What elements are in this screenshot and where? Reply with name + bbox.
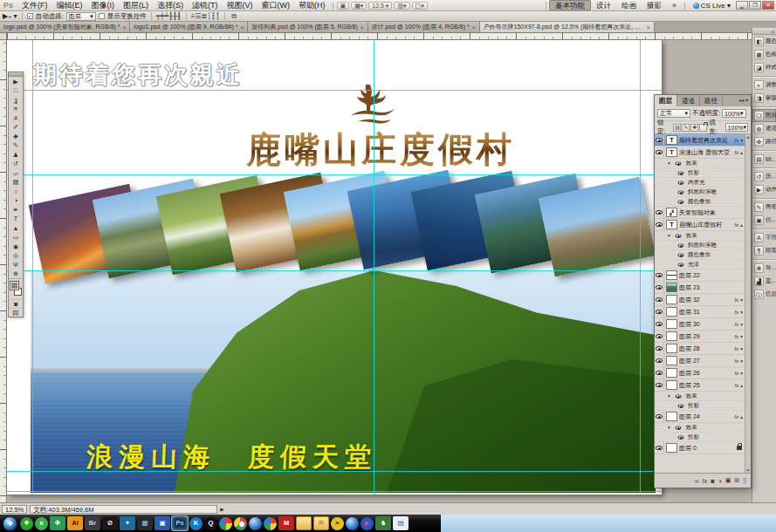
opacity-field[interactable]: 100%▾ — [722, 109, 745, 118]
move-tool[interactable]: ▶ — [9, 77, 23, 86]
dodge-tool[interactable]: ◑ — [9, 196, 23, 206]
visibility-toggle[interactable] — [655, 379, 664, 391]
layer-name[interactable]: 图层 27 — [679, 357, 733, 365]
dock-panel-图层[interactable]: ❏图层 — [752, 109, 776, 122]
layer-name[interactable]: 鹿嘴山庄度假村 — [679, 221, 733, 229]
arrange-documents-icon[interactable]: ▥▾ — [394, 2, 409, 10]
crop-tool[interactable]: # — [9, 113, 23, 123]
k-player[interactable]: K — [189, 517, 203, 530]
zoom-percent-field[interactable]: 12.5% — [2, 505, 27, 514]
workspace-button[interactable]: 基本功能 — [549, 0, 591, 10]
360-browser[interactable]: e — [35, 517, 48, 530]
layer-name[interactable]: 失量智能对象 — [679, 208, 744, 217]
scroll-up-icon[interactable]: ▲ — [746, 134, 751, 140]
3d-rotate-tool[interactable]: ◉ — [9, 242, 23, 251]
auto-select-checkbox[interactable]: ✓ — [27, 13, 33, 19]
lasso-tool[interactable]: ʓ — [9, 95, 23, 105]
layer-thumbnail[interactable] — [666, 356, 677, 365]
tab-close-icon[interactable]: × — [361, 24, 364, 31]
layer-row[interactable]: 图层 22 — [655, 269, 745, 282]
zoom-level-field[interactable]: 12.5 ▾ — [368, 2, 392, 10]
fx-collapse-icon[interactable]: ▾ — [740, 322, 744, 327]
layer-thumbnail[interactable] — [666, 270, 677, 280]
dock-panel-色板[interactable]: ▦色板 — [752, 48, 776, 61]
effect-row[interactable]: 颜色叠加 — [655, 250, 745, 260]
green-tool-app[interactable]: ♞ — [375, 516, 391, 530]
blend-mode-dropdown[interactable]: 正常▾ — [657, 109, 690, 118]
layer-row[interactable]: 图层 24fx▴ — [655, 411, 745, 423]
layer-row[interactable]: 图层 30fx▾ — [655, 318, 745, 331]
visibility-toggle[interactable] — [655, 367, 664, 379]
brush-tool[interactable]: ✎ — [9, 141, 23, 151]
layer-name[interactable]: 图层 30 — [679, 320, 733, 329]
guide-vertical[interactable] — [32, 40, 33, 494]
360-safe[interactable]: ✚ — [20, 517, 33, 530]
tool-preset-picker[interactable]: ▶₊ ▾ — [3, 12, 17, 20]
dock-panel-路径[interactable]: ✜路径 — [752, 135, 776, 148]
effects-header-row[interactable]: ▾效果 — [655, 231, 745, 241]
new-layer-icon[interactable]: ⊞ — [734, 477, 739, 484]
eraser-tool[interactable]: ▱ — [9, 168, 23, 178]
layer-thumbnail[interactable] — [666, 412, 677, 421]
layer-row[interactable]: 图层 23 — [655, 282, 745, 294]
guide-vertical[interactable] — [374, 40, 374, 494]
lock-all-icon[interactable] — [699, 124, 707, 132]
quick-mask-button[interactable]: ◙ — [9, 299, 23, 308]
document-tab[interactable]: 设计.psd @ 100% (图层 4, RGB/8) *× — [368, 22, 480, 32]
pen-tool[interactable]: ✒ — [9, 205, 23, 215]
green-app[interactable]: ✤ — [50, 516, 65, 530]
layer-row[interactable]: T期待着您再次亲近fx▾ — [655, 134, 745, 147]
visibility-toggle[interactable] — [674, 231, 683, 240]
layer-thumbnail[interactable] — [666, 344, 677, 353]
minimize-button[interactable]: ▁ — [736, 1, 748, 10]
dock-collapse-button[interactable]: « — [752, 28, 776, 35]
gradient-tool[interactable]: ▨ — [9, 178, 23, 188]
visibility-toggle[interactable] — [655, 134, 664, 146]
collapse-icon[interactable]: ▾ — [668, 393, 671, 399]
tab-close-icon[interactable]: × — [472, 24, 476, 31]
shape-tool[interactable]: ▭ — [9, 233, 23, 242]
workspace-button[interactable]: 绘画 — [616, 1, 642, 10]
collapse-icon[interactable]: ▾ — [668, 233, 671, 238]
screen-mode-button[interactable]: 回 — [9, 308, 23, 317]
fx-collapse-icon[interactable]: ▴ — [740, 222, 744, 228]
lock-toggle-icon[interactable]: ▨ — [673, 124, 681, 132]
menu-item[interactable]: 图层(L) — [119, 1, 153, 10]
dock-panel-颜色[interactable]: ◧颜色 — [752, 35, 776, 48]
fx-collapse-icon[interactable]: ▴ — [740, 150, 744, 155]
close-button[interactable]: ✕ — [762, 1, 774, 10]
dock-panel-信息[interactable]: ⓘ信息 — [752, 288, 776, 301]
layer-name[interactable]: 图层 23 — [679, 283, 744, 292]
fx-collapse-icon[interactable]: ▾ — [740, 138, 744, 143]
layer-row[interactable]: T浪漫山海 度假天堂fx▴ — [655, 147, 745, 159]
layer-name[interactable]: 图层 29 — [679, 332, 733, 341]
layer-style-icon[interactable]: fx — [703, 478, 707, 484]
effects-header-row[interactable]: ▾效果 — [655, 159, 745, 168]
history-brush-tool[interactable]: ↺ — [9, 160, 23, 169]
workspace-button[interactable]: » — [667, 1, 682, 10]
guide-horizontal[interactable] — [7, 90, 662, 91]
show-transform-checkbox[interactable] — [99, 13, 105, 19]
start-button[interactable]: ❖ — [3, 516, 17, 531]
effect-row[interactable]: 内发光 — [655, 178, 745, 188]
screen-mode-icon[interactable]: ▢▾ — [412, 2, 428, 10]
document-tab[interactable]: 宣传列表.psd @ 100% (图层 5, RGB/8)× — [248, 22, 367, 32]
layer-thumbnail[interactable] — [666, 295, 677, 304]
layer-row[interactable]: 图层 26fx▾ — [655, 367, 745, 379]
visibility-toggle[interactable] — [655, 219, 664, 230]
visibility-toggle[interactable] — [655, 147, 664, 158]
layer-thumbnail[interactable]: ▞ — [666, 208, 677, 217]
restore-button[interactable]: ❐ — [749, 1, 761, 10]
mail-folder-app[interactable]: ✉ — [313, 516, 329, 530]
blue-sphere-browser[interactable] — [249, 517, 262, 530]
visibility-toggle[interactable] — [676, 433, 685, 441]
dock-panel-历...[interactable]: ↺历... — [752, 170, 776, 183]
distribute-vcenter-icon[interactable]: ☰ — [195, 12, 201, 20]
document-tab[interactable]: logo1.psd @ 100% (图层 9, RGB/8#) *× — [130, 22, 248, 32]
windows-explorer[interactable] — [296, 516, 312, 530]
align-right-icon[interactable]: ┨ — [177, 12, 182, 20]
visibility-toggle[interactable] — [655, 282, 664, 293]
lock-toggle-icon[interactable]: ✎ — [682, 124, 690, 132]
dock-panel-通道[interactable]: ◍通道 — [752, 122, 776, 135]
quick-selection-tool[interactable]: ✳ — [9, 105, 23, 114]
